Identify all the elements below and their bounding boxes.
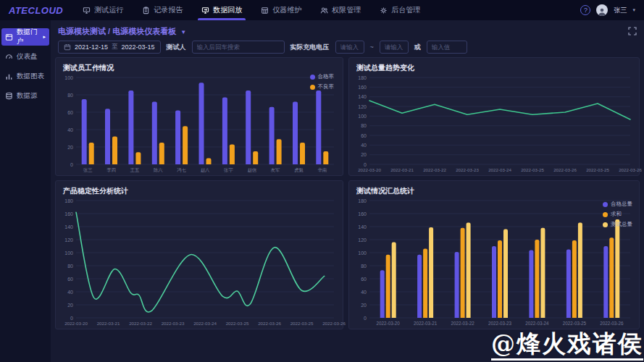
bar-chart-summary: 0204060801001201401601802022-03-202022-0…	[351, 197, 637, 327]
panel-total-trend: 测试总量趋势变化 0204060801001201401601802022-03…	[348, 57, 640, 176]
fullscreen-icon[interactable]	[628, 27, 637, 35]
sidebar-item-data-source[interactable]: 数据源	[1, 87, 49, 104]
nav-item-label: 测试运行	[94, 5, 123, 15]
nav-item-permission[interactable]: 权限管理	[311, 0, 370, 20]
svg-text:2022-03-24: 2022-03-24	[193, 321, 217, 326]
sidebar-item-dashboard[interactable]: 仪表盘	[1, 48, 49, 65]
user-caret-icon[interactable]: ▾	[632, 7, 635, 13]
bar-chart-tester-work: 020406080100张三李四王五陈六冯七赵八张宇赵信友军虎魁辛南	[57, 74, 341, 174]
filter-bar: 2021-12-15 至 2022-03-15 测试人 实际充电电压 ~ 或	[55, 38, 640, 56]
brand-logo: ATECLOUD	[0, 0, 73, 20]
svg-text:60: 60	[67, 277, 73, 282]
svg-text:赵信: 赵信	[247, 167, 256, 173]
legend-dot	[310, 85, 315, 90]
panel-title: 测试员工作情况	[63, 63, 114, 73]
nav-item-instrument[interactable]: 仪器维护	[251, 0, 311, 20]
sidebar-item-data-charts[interactable]: 数据图表	[1, 67, 49, 85]
svg-text:60: 60	[67, 110, 73, 115]
svg-text:李四: 李四	[106, 167, 116, 173]
user-name[interactable]: 张三	[614, 6, 627, 15]
svg-text:180: 180	[358, 198, 367, 203]
svg-text:180: 180	[64, 198, 73, 203]
svg-text:20: 20	[361, 303, 367, 308]
instrument-panel-icon	[261, 7, 269, 14]
chevron-right-icon: ▸	[43, 34, 46, 40]
svg-text:160: 160	[358, 85, 367, 90]
svg-text:180: 180	[358, 75, 367, 80]
svg-text:2022-03-26: 2022-03-26	[322, 321, 346, 326]
tester-search-input[interactable]	[192, 41, 285, 54]
svg-text:160: 160	[358, 211, 367, 216]
svg-text:2022-03-22: 2022-03-22	[423, 167, 446, 172]
svg-text:2022-03-26: 2022-03-26	[258, 321, 281, 326]
voltage-min-input[interactable]	[335, 41, 364, 54]
legend-label: 求和	[611, 211, 622, 218]
nav-item-label: 后台管理	[391, 5, 420, 15]
panel-title: 测试总量趋势变化	[356, 63, 414, 73]
legend-item[interactable]: 求和	[603, 211, 632, 218]
svg-text:20: 20	[67, 303, 73, 308]
date-end-value: 2022-03-15	[122, 43, 155, 51]
nav-item-data-replay[interactable]: 数据回放	[192, 0, 251, 20]
sidebar-item-data-portal[interactable]: 数据门户 ▸	[1, 28, 49, 46]
svg-text:2022-03-25: 2022-03-25	[563, 321, 587, 326]
svg-text:2022-03-24: 2022-03-24	[525, 321, 549, 326]
legend-label: 合格总量	[611, 201, 632, 208]
legend-item[interactable]: 测试总量	[603, 221, 632, 228]
voltage-label: 实际充电电压	[290, 43, 330, 52]
svg-text:100: 100	[64, 251, 73, 256]
nav-item-report[interactable]: 记录报告	[133, 0, 192, 20]
legend: 合格总量 求和 测试总量	[603, 201, 632, 228]
legend-dot	[603, 212, 608, 217]
svg-text:王五: 王五	[130, 167, 140, 172]
test-run-monitor-icon	[83, 7, 91, 14]
top-navbar: ATECLOUD 测试运行 记录报告 数据回放	[0, 0, 644, 20]
svg-text:2022-03-21: 2022-03-21	[414, 321, 438, 326]
date-range-picker[interactable]: 2021-12-15 至 2022-03-15	[58, 41, 161, 54]
svg-text:40: 40	[361, 143, 367, 148]
line-chart-stability: 0204060801001201401601802022-03-202022-0…	[57, 197, 341, 327]
calendar-icon	[64, 43, 71, 51]
svg-text:2022-03-20: 2022-03-20	[377, 321, 401, 326]
svg-text:2022-03-21: 2022-03-21	[97, 321, 120, 326]
svg-text:2022-03-22: 2022-03-22	[129, 321, 152, 326]
line-chart-total-trend: 0204060801001201401601802022-03-202022-0…	[351, 74, 637, 174]
svg-text:辛南: 辛南	[318, 167, 327, 172]
gauge-icon	[5, 53, 13, 61]
breadcrumb[interactable]: 电源模块测试 / 电源模块仪表看板 ▼	[58, 26, 186, 37]
tester-label: 测试人	[167, 43, 186, 52]
svg-text:80: 80	[361, 264, 367, 269]
data-replay-monitor-icon	[201, 7, 209, 14]
svg-text:2022-03-23: 2022-03-23	[162, 321, 185, 326]
date-start-value: 2021-12-15	[75, 43, 108, 51]
legend-item[interactable]: 不良率	[310, 83, 335, 90]
navbar-right: ? 张三 ▾	[580, 0, 644, 20]
main-content: 电源模块测试 / 电源模块仪表看板 ▼ 2021-12-15 至 2022-03…	[51, 20, 644, 362]
voltage-max-input[interactable]	[380, 41, 409, 54]
legend-item[interactable]: 合格率	[310, 73, 335, 80]
svg-text:0: 0	[364, 316, 367, 321]
nav-item-admin[interactable]: 后台管理	[370, 0, 430, 20]
voltage-value-input[interactable]	[427, 41, 467, 54]
svg-text:2022-03-23: 2022-03-23	[488, 321, 512, 326]
svg-text:张宇: 张宇	[224, 167, 233, 173]
svg-text:2022-03-21: 2022-03-21	[390, 167, 414, 172]
data-portal-icon	[5, 33, 13, 41]
panel-title: 产品稳定性分析统计	[63, 186, 128, 196]
svg-text:2022-03-25: 2022-03-25	[586, 167, 609, 172]
svg-text:160: 160	[64, 211, 73, 216]
svg-text:0: 0	[70, 316, 73, 321]
user-avatar[interactable]	[596, 4, 608, 16]
svg-text:140: 140	[64, 224, 73, 230]
help-icon[interactable]: ?	[580, 5, 590, 15]
svg-text:2022-03-23: 2022-03-23	[456, 167, 479, 172]
legend-item[interactable]: 合格总量	[603, 201, 632, 208]
nav-item-test-run[interactable]: 测试运行	[73, 0, 133, 20]
svg-text:冯七: 冯七	[177, 167, 186, 172]
legend-label: 合格率	[318, 73, 335, 80]
nav-item-label: 权限管理	[332, 5, 361, 15]
sidebar: 数据门户 ▸ 仪表盘 数据图表 数据源	[0, 20, 51, 362]
svg-text:2022-03-20: 2022-03-20	[64, 321, 88, 326]
panel-title: 测试情况汇总统计	[356, 186, 414, 196]
nav-item-label: 记录报告	[154, 5, 183, 15]
